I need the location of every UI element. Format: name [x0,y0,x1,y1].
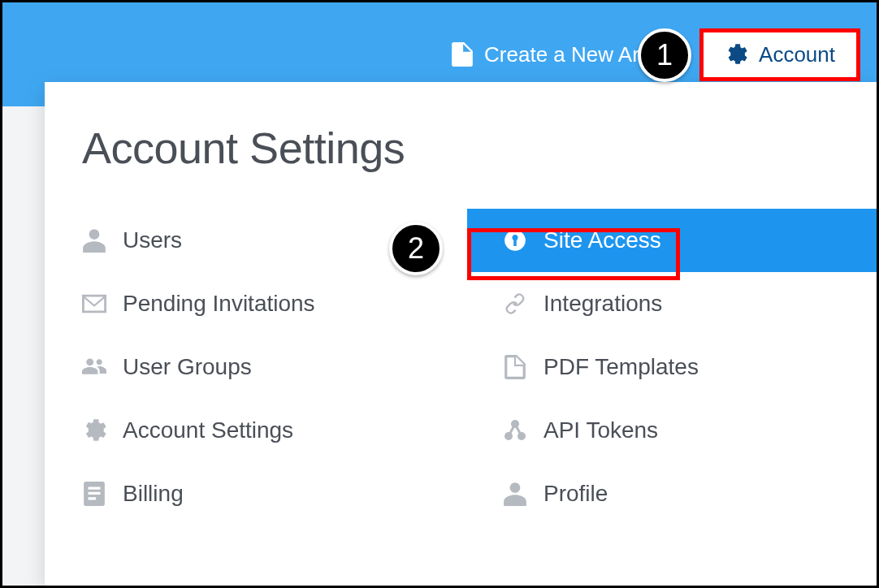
menu-item-account-settings[interactable]: Account Settings [45,399,467,462]
account-button[interactable]: Account [699,28,860,81]
menu-item-label: Account Settings [123,417,293,443]
document-icon [503,355,527,379]
billing-document-icon [82,482,106,506]
badge-number: 1 [656,38,673,72]
gear-icon [82,418,106,443]
link-icon [503,292,527,316]
lock-icon [503,228,527,253]
panel-title: Account Settings [82,123,877,173]
menu-item-pending-invitations[interactable]: Pending Invitations [45,272,467,335]
menu-item-billing[interactable]: Billing [45,462,467,525]
menu-item-label: Profile [543,481,608,507]
menu-item-label: API Tokens [543,417,658,443]
gear-icon [725,43,747,66]
menu-item-site-access[interactable]: Site Access [467,209,877,272]
user-icon [503,482,527,506]
menu-item-integrations[interactable]: Integrations [467,272,877,335]
menu-item-label: Billing [123,481,184,507]
menu-item-profile[interactable]: Profile [467,462,877,525]
user-group-icon [82,355,106,379]
menu-item-pdf-templates[interactable]: PDF Templates [467,335,877,399]
api-icon [503,418,527,443]
svg-rect-4 [513,239,517,246]
user-icon [82,228,106,253]
menu-item-api-tokens[interactable]: API Tokens [467,399,877,462]
callout-badge-1: 1 [638,28,691,82]
account-button-label: Account [759,42,835,67]
menu-item-user-groups[interactable]: User Groups [45,335,467,399]
svg-rect-1 [461,52,463,59]
new-document-icon [452,42,473,67]
menu-item-label: Site Access [543,227,661,253]
menu-item-label: Integrations [543,291,662,317]
callout-badge-2: 2 [389,222,443,275]
badge-number: 2 [408,231,424,266]
menu-column-right: Site Access Integrations PDF Templates A… [467,209,877,525]
account-settings-panel: Account Settings Users Pending Invitatio… [45,82,877,586]
menu-columns: Users Pending Invitations User Groups Ac… [45,209,877,525]
menu-item-label: Users [123,227,182,253]
menu-item-label: Pending Invitations [123,291,315,317]
envelope-icon [82,292,106,316]
menu-item-label: User Groups [123,354,252,380]
menu-item-label: PDF Templates [543,354,699,380]
